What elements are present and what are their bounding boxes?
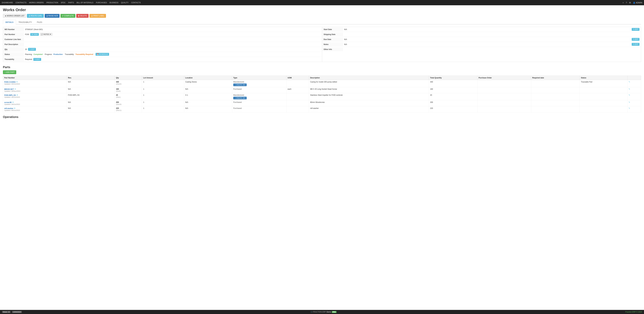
row-edit-icon-2[interactable]: ✎ bbox=[629, 94, 630, 96]
row-edit-icon-3[interactable]: ✎ bbox=[629, 101, 630, 103]
notes-edit-button[interactable]: ✎ EDIT bbox=[632, 43, 640, 46]
view-button[interactable]: 👁 VIEW bbox=[30, 33, 39, 36]
form-right: Start Date N/A ✎ EDIT Shipping Date Due … bbox=[322, 27, 641, 62]
part-number-link-3[interactable]: screw.80 bbox=[4, 101, 12, 103]
shipping-date-value bbox=[343, 34, 641, 35]
add-part-button[interactable]: + ADD PART bbox=[3, 70, 16, 74]
shipping-date-label: Shipping Date bbox=[322, 33, 343, 36]
location-cell-1: N/A bbox=[184, 87, 232, 93]
edit-cell-1[interactable]: ✎ bbox=[628, 87, 641, 93]
admin-user[interactable]: 👤 ADMIN bbox=[633, 2, 642, 4]
schedule-button[interactable]: 📅 SCHEDULE bbox=[96, 53, 109, 56]
location-cell-0: Casting Stores bbox=[184, 80, 232, 87]
col-location: Location bbox=[184, 76, 232, 80]
row-edit-icon-0[interactable]: ✎ bbox=[629, 81, 630, 83]
nav-production[interactable]: PRODUCTION bbox=[46, 2, 58, 4]
total-qty-cell-3: 200 bbox=[429, 100, 478, 106]
lot-cell-3: 1 bbox=[142, 100, 184, 106]
part-number-link-1[interactable]: M8X20.SKT bbox=[4, 88, 14, 90]
uom-cell-3 bbox=[286, 100, 309, 106]
edit-cell-2[interactable]: ✎ bbox=[628, 93, 641, 100]
print-label-button[interactable]: 🖨 PRINT LABEL bbox=[90, 14, 106, 18]
settings-icon[interactable]: ⚙ bbox=[629, 2, 631, 4]
notes-row: Notes N/A ✎ EDIT bbox=[322, 42, 641, 47]
location-cell-3: N/A bbox=[184, 100, 232, 106]
raise-ncr-button[interactable]: 🖨 RAISE NCR bbox=[45, 14, 60, 18]
add-icon[interactable]: + bbox=[623, 2, 624, 4]
part-cell-1: M8X20.SKT 👁 Updated: 30/Nov/2022 bbox=[3, 87, 67, 93]
start-date-edit-button[interactable]: ✎ EDIT bbox=[632, 28, 640, 31]
planning-status: Completed bbox=[34, 53, 42, 55]
other-info-label: Other Info bbox=[322, 48, 343, 51]
type-cell-1: Purchased bbox=[232, 87, 286, 93]
status-cell-2 bbox=[580, 93, 627, 100]
eye-icon-2[interactable]: 👁 bbox=[16, 94, 18, 96]
other-info-value bbox=[343, 49, 641, 50]
help-icon[interactable]: ? bbox=[626, 2, 627, 4]
operations-title: Operations bbox=[3, 115, 641, 119]
nav-business[interactable]: BUSINESS bbox=[110, 2, 118, 4]
parts-table-header: Part Number Rev. Qty Lot Amount Location… bbox=[3, 76, 641, 80]
eye-icon-4[interactable]: 👁 bbox=[14, 107, 16, 109]
nav-parts[interactable]: PARTS bbox=[68, 2, 74, 4]
nav-works-orders[interactable]: WORKS ORDERS bbox=[29, 2, 44, 4]
eye-icon-1[interactable]: 👁 bbox=[14, 88, 16, 90]
traceability-value: Required ✎ EDIT bbox=[24, 57, 322, 62]
col-description: Description bbox=[309, 76, 429, 80]
create-wo-button-0[interactable]: + CREATE WO bbox=[233, 84, 246, 86]
col-type: Type bbox=[232, 76, 286, 80]
create-wo-button-2[interactable]: + CREATE WO bbox=[233, 97, 246, 99]
edit-cell-0[interactable]: ✎ bbox=[628, 80, 641, 87]
req-date-cell-1 bbox=[531, 87, 580, 93]
row-edit-icon-4[interactable]: ✎ bbox=[629, 107, 630, 109]
part-number-link-2[interactable]: P200.IMPL.SS bbox=[4, 94, 16, 96]
col-rev: Rev. bbox=[67, 76, 115, 80]
part-description-label: Part Description bbox=[3, 43, 24, 46]
tab-files[interactable]: FILES bbox=[34, 20, 45, 25]
eye-icon-0[interactable]: 👁 bbox=[16, 81, 18, 83]
part-updated-1: Updated: 30/Nov/2022 bbox=[4, 90, 66, 92]
form-left: WO Number ST000167 (Stock WO) Part Numbe… bbox=[3, 27, 322, 62]
qty-cell-4: 220 (20x11) bbox=[115, 106, 142, 112]
start-date-row: Start Date N/A ✎ EDIT bbox=[322, 27, 641, 32]
due-date-edit-button[interactable]: ✎ EDIT bbox=[632, 38, 640, 41]
part-cell-3: screw.80 👁 Updated: 29/Oct/2022 bbox=[3, 100, 67, 106]
tab-traceability[interactable]: TRACEABILITY bbox=[16, 20, 34, 25]
row-edit-icon-1[interactable]: ✎ bbox=[629, 88, 630, 90]
part-number-link-4[interactable]: m8.washer bbox=[4, 107, 13, 109]
route-carl-button[interactable]: 🖨 ROUTE CARL bbox=[27, 14, 44, 18]
notes-value: N/A ✎ EDIT bbox=[343, 42, 641, 47]
complete-button[interactable]: ✔ COMPLETE bbox=[60, 14, 75, 18]
nav-quality[interactable]: QUALITY bbox=[121, 2, 128, 4]
part-description-value bbox=[24, 44, 322, 45]
rev-cell-2: P200.IMPL.SS bbox=[67, 93, 115, 100]
nav-sfdc[interactable]: SFDC bbox=[61, 2, 66, 4]
status-cell-1 bbox=[580, 87, 627, 93]
toolbar: ◄ WORKS ORDER LIST 🖨 ROUTE CARL 🖨 RAISE … bbox=[3, 14, 641, 18]
nav-dashboard[interactable]: DASHBOARD bbox=[2, 2, 13, 4]
edit-cell-4[interactable]: ✎ bbox=[628, 106, 641, 112]
parts-section: Parts + ADD PART Part Number Rev. Qty Lo… bbox=[3, 66, 641, 112]
status-value: Planning: Completed Progress: Production… bbox=[24, 52, 322, 57]
total-qty-cell-2: 20 bbox=[429, 93, 478, 100]
lot-cell-4: 1 bbox=[142, 106, 184, 112]
tab-details[interactable]: DETAILS bbox=[3, 20, 16, 25]
edit-cell-3[interactable]: ✎ bbox=[628, 100, 641, 106]
delete-button[interactable]: 🗑 DELETE bbox=[76, 14, 88, 18]
progress-status: Production bbox=[54, 53, 63, 55]
nav-contracts[interactable]: CONTRACTS bbox=[16, 2, 26, 4]
po-cell-4 bbox=[477, 106, 531, 112]
notes-button[interactable]: 💬 NOTES ▼ bbox=[40, 33, 52, 36]
form-grid: WO Number ST000167 (Stock WO) Part Numbe… bbox=[3, 27, 641, 62]
nav-contacts[interactable]: CONTACTS bbox=[131, 2, 141, 4]
works-order-list-button[interactable]: ◄ WORKS ORDER LIST bbox=[3, 14, 26, 18]
uom-cell-1: each bbox=[286, 87, 309, 93]
part-number-link-0[interactable]: P200.CASING bbox=[4, 81, 16, 83]
req-date-cell-3 bbox=[531, 100, 580, 106]
status-cell-3 bbox=[580, 100, 627, 106]
eye-icon-3[interactable]: 👁 bbox=[12, 101, 14, 103]
traceability-edit-button[interactable]: ✎ EDIT bbox=[33, 58, 41, 61]
nav-purchases[interactable]: PURCHASES bbox=[96, 2, 107, 4]
nav-bill-of-materials[interactable]: BILL OF MATERIALS bbox=[76, 2, 94, 4]
qty-edit-button[interactable]: ✎ EDIT bbox=[28, 48, 36, 51]
